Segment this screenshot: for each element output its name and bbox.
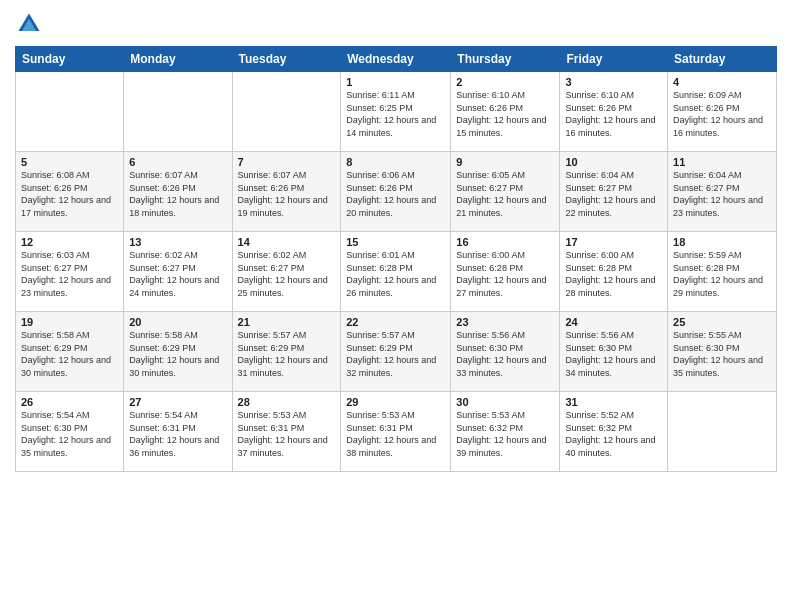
calendar-cell: 17Sunrise: 6:00 AM Sunset: 6:28 PM Dayli… bbox=[560, 232, 668, 312]
page-container: SundayMondayTuesdayWednesdayThursdayFrid… bbox=[0, 0, 792, 482]
calendar-cell: 3Sunrise: 6:10 AM Sunset: 6:26 PM Daylig… bbox=[560, 72, 668, 152]
calendar-cell: 14Sunrise: 6:02 AM Sunset: 6:27 PM Dayli… bbox=[232, 232, 341, 312]
day-info: Sunrise: 5:57 AM Sunset: 6:29 PM Dayligh… bbox=[346, 329, 445, 379]
calendar-week-row: 5Sunrise: 6:08 AM Sunset: 6:26 PM Daylig… bbox=[16, 152, 777, 232]
day-number: 1 bbox=[346, 76, 445, 88]
day-number: 28 bbox=[238, 396, 336, 408]
day-number: 17 bbox=[565, 236, 662, 248]
calendar-cell: 28Sunrise: 5:53 AM Sunset: 6:31 PM Dayli… bbox=[232, 392, 341, 472]
calendar-cell: 26Sunrise: 5:54 AM Sunset: 6:30 PM Dayli… bbox=[16, 392, 124, 472]
calendar-week-row: 26Sunrise: 5:54 AM Sunset: 6:30 PM Dayli… bbox=[16, 392, 777, 472]
day-number: 8 bbox=[346, 156, 445, 168]
calendar-cell: 16Sunrise: 6:00 AM Sunset: 6:28 PM Dayli… bbox=[451, 232, 560, 312]
calendar-cell: 27Sunrise: 5:54 AM Sunset: 6:31 PM Dayli… bbox=[124, 392, 232, 472]
day-number: 18 bbox=[673, 236, 771, 248]
calendar-cell bbox=[232, 72, 341, 152]
calendar-cell: 9Sunrise: 6:05 AM Sunset: 6:27 PM Daylig… bbox=[451, 152, 560, 232]
day-info: Sunrise: 5:56 AM Sunset: 6:30 PM Dayligh… bbox=[565, 329, 662, 379]
day-info: Sunrise: 5:53 AM Sunset: 6:31 PM Dayligh… bbox=[346, 409, 445, 459]
day-number: 29 bbox=[346, 396, 445, 408]
calendar-week-row: 12Sunrise: 6:03 AM Sunset: 6:27 PM Dayli… bbox=[16, 232, 777, 312]
calendar-cell: 29Sunrise: 5:53 AM Sunset: 6:31 PM Dayli… bbox=[341, 392, 451, 472]
day-info: Sunrise: 5:58 AM Sunset: 6:29 PM Dayligh… bbox=[21, 329, 118, 379]
day-info: Sunrise: 6:10 AM Sunset: 6:26 PM Dayligh… bbox=[456, 89, 554, 139]
day-info: Sunrise: 6:04 AM Sunset: 6:27 PM Dayligh… bbox=[565, 169, 662, 219]
day-number: 3 bbox=[565, 76, 662, 88]
calendar-cell: 7Sunrise: 6:07 AM Sunset: 6:26 PM Daylig… bbox=[232, 152, 341, 232]
day-info: Sunrise: 6:00 AM Sunset: 6:28 PM Dayligh… bbox=[565, 249, 662, 299]
calendar-cell: 8Sunrise: 6:06 AM Sunset: 6:26 PM Daylig… bbox=[341, 152, 451, 232]
calendar-cell: 31Sunrise: 5:52 AM Sunset: 6:32 PM Dayli… bbox=[560, 392, 668, 472]
calendar-week-row: 1Sunrise: 6:11 AM Sunset: 6:25 PM Daylig… bbox=[16, 72, 777, 152]
day-info: Sunrise: 6:02 AM Sunset: 6:27 PM Dayligh… bbox=[238, 249, 336, 299]
day-info: Sunrise: 5:58 AM Sunset: 6:29 PM Dayligh… bbox=[129, 329, 226, 379]
day-info: Sunrise: 5:55 AM Sunset: 6:30 PM Dayligh… bbox=[673, 329, 771, 379]
day-number: 27 bbox=[129, 396, 226, 408]
day-number: 24 bbox=[565, 316, 662, 328]
calendar-cell: 13Sunrise: 6:02 AM Sunset: 6:27 PM Dayli… bbox=[124, 232, 232, 312]
day-info: Sunrise: 6:08 AM Sunset: 6:26 PM Dayligh… bbox=[21, 169, 118, 219]
weekday-header: Thursday bbox=[451, 47, 560, 72]
calendar-cell bbox=[124, 72, 232, 152]
day-info: Sunrise: 6:05 AM Sunset: 6:27 PM Dayligh… bbox=[456, 169, 554, 219]
weekday-header: Tuesday bbox=[232, 47, 341, 72]
day-number: 20 bbox=[129, 316, 226, 328]
day-number: 26 bbox=[21, 396, 118, 408]
calendar-cell: 1Sunrise: 6:11 AM Sunset: 6:25 PM Daylig… bbox=[341, 72, 451, 152]
day-number: 16 bbox=[456, 236, 554, 248]
calendar-cell: 6Sunrise: 6:07 AM Sunset: 6:26 PM Daylig… bbox=[124, 152, 232, 232]
calendar-cell: 11Sunrise: 6:04 AM Sunset: 6:27 PM Dayli… bbox=[668, 152, 777, 232]
logo bbox=[15, 10, 47, 38]
day-number: 4 bbox=[673, 76, 771, 88]
day-info: Sunrise: 6:06 AM Sunset: 6:26 PM Dayligh… bbox=[346, 169, 445, 219]
day-info: Sunrise: 5:54 AM Sunset: 6:31 PM Dayligh… bbox=[129, 409, 226, 459]
weekday-header: Monday bbox=[124, 47, 232, 72]
day-info: Sunrise: 6:02 AM Sunset: 6:27 PM Dayligh… bbox=[129, 249, 226, 299]
calendar-cell: 12Sunrise: 6:03 AM Sunset: 6:27 PM Dayli… bbox=[16, 232, 124, 312]
calendar-cell: 18Sunrise: 5:59 AM Sunset: 6:28 PM Dayli… bbox=[668, 232, 777, 312]
day-info: Sunrise: 6:07 AM Sunset: 6:26 PM Dayligh… bbox=[238, 169, 336, 219]
day-number: 11 bbox=[673, 156, 771, 168]
day-info: Sunrise: 6:04 AM Sunset: 6:27 PM Dayligh… bbox=[673, 169, 771, 219]
day-number: 12 bbox=[21, 236, 118, 248]
day-number: 15 bbox=[346, 236, 445, 248]
day-number: 13 bbox=[129, 236, 226, 248]
day-info: Sunrise: 6:00 AM Sunset: 6:28 PM Dayligh… bbox=[456, 249, 554, 299]
day-info: Sunrise: 6:11 AM Sunset: 6:25 PM Dayligh… bbox=[346, 89, 445, 139]
weekday-header: Sunday bbox=[16, 47, 124, 72]
calendar-cell: 5Sunrise: 6:08 AM Sunset: 6:26 PM Daylig… bbox=[16, 152, 124, 232]
day-number: 7 bbox=[238, 156, 336, 168]
day-info: Sunrise: 6:10 AM Sunset: 6:26 PM Dayligh… bbox=[565, 89, 662, 139]
day-number: 21 bbox=[238, 316, 336, 328]
page-header bbox=[15, 10, 777, 38]
calendar-cell: 4Sunrise: 6:09 AM Sunset: 6:26 PM Daylig… bbox=[668, 72, 777, 152]
calendar-cell: 24Sunrise: 5:56 AM Sunset: 6:30 PM Dayli… bbox=[560, 312, 668, 392]
day-info: Sunrise: 5:54 AM Sunset: 6:30 PM Dayligh… bbox=[21, 409, 118, 459]
calendar-cell: 21Sunrise: 5:57 AM Sunset: 6:29 PM Dayli… bbox=[232, 312, 341, 392]
day-info: Sunrise: 5:52 AM Sunset: 6:32 PM Dayligh… bbox=[565, 409, 662, 459]
calendar-cell: 20Sunrise: 5:58 AM Sunset: 6:29 PM Dayli… bbox=[124, 312, 232, 392]
calendar-week-row: 19Sunrise: 5:58 AM Sunset: 6:29 PM Dayli… bbox=[16, 312, 777, 392]
day-info: Sunrise: 6:09 AM Sunset: 6:26 PM Dayligh… bbox=[673, 89, 771, 139]
calendar-cell: 19Sunrise: 5:58 AM Sunset: 6:29 PM Dayli… bbox=[16, 312, 124, 392]
day-info: Sunrise: 5:53 AM Sunset: 6:32 PM Dayligh… bbox=[456, 409, 554, 459]
day-number: 6 bbox=[129, 156, 226, 168]
day-info: Sunrise: 6:01 AM Sunset: 6:28 PM Dayligh… bbox=[346, 249, 445, 299]
day-info: Sunrise: 6:03 AM Sunset: 6:27 PM Dayligh… bbox=[21, 249, 118, 299]
day-number: 19 bbox=[21, 316, 118, 328]
logo-icon bbox=[15, 10, 43, 38]
weekday-header: Wednesday bbox=[341, 47, 451, 72]
weekday-header: Friday bbox=[560, 47, 668, 72]
day-number: 23 bbox=[456, 316, 554, 328]
day-number: 30 bbox=[456, 396, 554, 408]
calendar-cell: 10Sunrise: 6:04 AM Sunset: 6:27 PM Dayli… bbox=[560, 152, 668, 232]
day-number: 5 bbox=[21, 156, 118, 168]
day-number: 22 bbox=[346, 316, 445, 328]
day-number: 14 bbox=[238, 236, 336, 248]
calendar-cell: 2Sunrise: 6:10 AM Sunset: 6:26 PM Daylig… bbox=[451, 72, 560, 152]
calendar-table: SundayMondayTuesdayWednesdayThursdayFrid… bbox=[15, 46, 777, 472]
day-number: 9 bbox=[456, 156, 554, 168]
calendar-cell: 30Sunrise: 5:53 AM Sunset: 6:32 PM Dayli… bbox=[451, 392, 560, 472]
calendar-header-row: SundayMondayTuesdayWednesdayThursdayFrid… bbox=[16, 47, 777, 72]
day-number: 31 bbox=[565, 396, 662, 408]
